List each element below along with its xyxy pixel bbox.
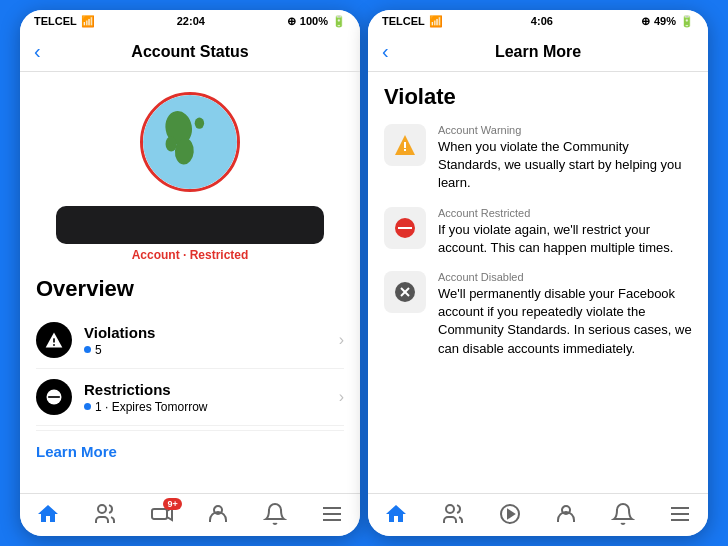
- restrict-icon: [36, 379, 72, 415]
- dot-blue-2: [84, 403, 91, 410]
- svg-point-3: [166, 136, 177, 151]
- tab-profile-right[interactable]: [554, 502, 578, 526]
- svg-rect-16: [404, 149, 406, 151]
- violations-sub: 5: [84, 343, 327, 357]
- svg-rect-18: [398, 227, 412, 229]
- right-phone: TELCEL 📶 4:06 ⊕ 49% 🔋 ‹ Learn More Viola…: [368, 10, 708, 536]
- chevron-restrictions: ›: [339, 388, 344, 406]
- violation-warning: Account Warning When you violate the Com…: [384, 124, 692, 193]
- warning-icon-box: [384, 124, 426, 166]
- tab-home-right[interactable]: [384, 502, 408, 526]
- time-left: 22:04: [177, 15, 205, 27]
- violations-content: Violations 5: [84, 324, 327, 357]
- restrictions-content: Restrictions 1 · Expires Tomorrow: [84, 381, 327, 414]
- svg-marker-24: [508, 510, 514, 518]
- account-status-body: Account · Restricted Overview Violations: [20, 72, 360, 493]
- battery-right: 49%: [654, 15, 676, 27]
- svg-rect-5: [53, 338, 55, 342]
- warning-label: Account Warning: [438, 124, 692, 136]
- tab-friends-right[interactable]: [441, 502, 465, 526]
- screen-content-right: Violate Account Warning When you violate…: [368, 72, 708, 493]
- tab-bar-right: [368, 493, 708, 536]
- tab-play-right[interactable]: [498, 502, 522, 526]
- page-title-right: Learn More: [495, 43, 581, 61]
- disabled-text: Account Disabled We'll permanently disab…: [438, 271, 692, 358]
- page-title-left: Account Status: [131, 43, 248, 61]
- carrier-left: TELCEL: [34, 15, 77, 27]
- warning-icon: [36, 322, 72, 358]
- tab-home-left[interactable]: [36, 502, 60, 526]
- warning-desc: When you violate the Community Standards…: [438, 138, 692, 193]
- violations-title: Violations: [84, 324, 327, 341]
- svg-point-9: [98, 505, 106, 513]
- time-right: 4:06: [531, 15, 553, 27]
- restricted-text: Account Restricted If you violate again,…: [438, 207, 692, 257]
- carrier-right: TELCEL: [382, 15, 425, 27]
- tab-bar-left: 9+: [20, 493, 360, 536]
- restrictions-title: Restrictions: [84, 381, 327, 398]
- tab-bell-left[interactable]: [263, 502, 287, 526]
- account-label: Account · Restricted: [36, 248, 344, 262]
- action-bar[interactable]: [56, 206, 324, 244]
- tab-profile-left[interactable]: [206, 502, 230, 526]
- back-button-left[interactable]: ‹: [34, 40, 41, 63]
- tab-bell-right[interactable]: [611, 502, 635, 526]
- svg-rect-10: [152, 509, 167, 519]
- battery-left: 100%: [300, 15, 328, 27]
- disabled-desc: We'll permanently disable your Facebook …: [438, 285, 692, 358]
- tab-menu-right[interactable]: [668, 502, 692, 526]
- violations-item[interactable]: Violations 5 ›: [36, 312, 344, 369]
- status-bar-right: TELCEL 📶 4:06 ⊕ 49% 🔋: [368, 10, 708, 32]
- restricted-desc: If you violate again, we'll restrict you…: [438, 221, 692, 257]
- svg-rect-15: [404, 142, 406, 148]
- overview-title: Overview: [36, 276, 344, 302]
- status-bar-left: TELCEL 📶 22:04 ⊕ 100% 🔋: [20, 10, 360, 32]
- disabled-icon-box: [384, 271, 426, 313]
- svg-point-4: [195, 118, 204, 129]
- left-phone: TELCEL 📶 22:04 ⊕ 100% 🔋 ‹ Account Status: [20, 10, 360, 536]
- restrict-icon-box: [384, 207, 426, 249]
- nav-bar-right: ‹ Learn More: [368, 32, 708, 72]
- tab-friends-left[interactable]: [93, 502, 117, 526]
- tab-menu-left[interactable]: [320, 502, 344, 526]
- restricted-label: Account Restricted: [438, 207, 692, 219]
- violation-restricted: Account Restricted If you violate again,…: [384, 207, 692, 257]
- back-button-right[interactable]: ‹: [382, 40, 389, 63]
- nav-bar-left: ‹ Account Status: [20, 32, 360, 72]
- tab-video-left[interactable]: 9+: [150, 502, 174, 526]
- svg-rect-8: [48, 396, 60, 398]
- globe-container: [36, 92, 344, 192]
- violate-title: Violate: [384, 84, 692, 110]
- warning-text: Account Warning When you violate the Com…: [438, 124, 692, 193]
- video-badge: 9+: [163, 498, 181, 510]
- learn-more-body: Violate Account Warning When you violate…: [368, 72, 708, 493]
- svg-rect-6: [53, 344, 55, 346]
- restrictions-sub: 1 · Expires Tomorrow: [84, 400, 327, 414]
- disabled-label: Account Disabled: [438, 271, 692, 283]
- screen-content-left: Account · Restricted Overview Violations: [20, 72, 360, 493]
- chevron-violations: ›: [339, 331, 344, 349]
- restrictions-item[interactable]: Restrictions 1 · Expires Tomorrow ›: [36, 369, 344, 426]
- globe-icon: [140, 92, 240, 192]
- learn-more-link[interactable]: Learn More: [36, 430, 344, 464]
- dot-blue: [84, 346, 91, 353]
- violation-disabled: Account Disabled We'll permanently disab…: [384, 271, 692, 358]
- svg-point-22: [446, 505, 454, 513]
